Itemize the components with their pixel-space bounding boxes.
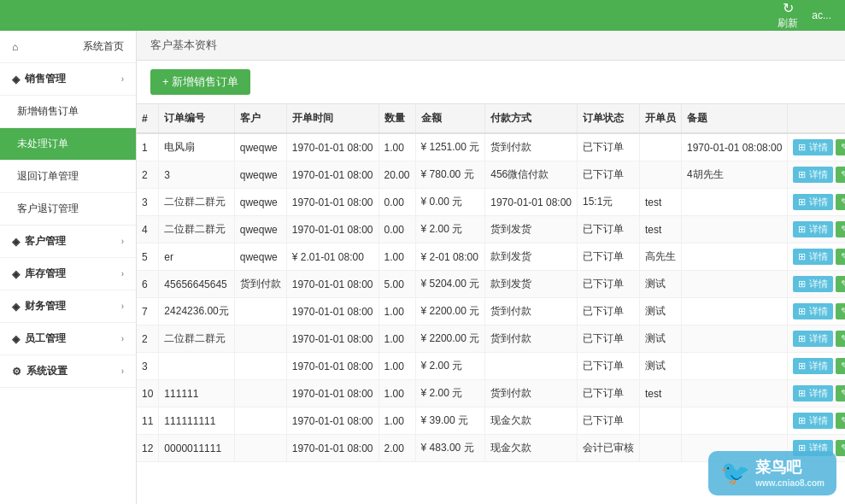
settings-icon: ⚙ [12, 366, 21, 378]
table-cell: 货到付款 [485, 133, 578, 161]
table-cell-actions: ⊞ 详情 ✎ 修改 ✖ 删除 [788, 271, 845, 298]
table-cell: 已下订单 [578, 133, 640, 161]
table-cell: test [640, 380, 682, 407]
main-layout: ⌂ 系统首页 ◈ 销售管理 › 新增销售订单 未处理订单 退回订单管理 客户退订… [0, 31, 845, 504]
table-cell: 111111 [159, 380, 234, 407]
table-cell: qweqwe [234, 243, 286, 271]
table-cell [640, 133, 682, 161]
sidebar-home-label: 系统首页 [83, 39, 124, 54]
detail-button[interactable]: ⊞ 详情 [793, 331, 832, 347]
sidebar-group-finance[interactable]: ◈ 财务管理 › [0, 290, 136, 323]
sidebar-inventory-label: 库存管理 [25, 267, 66, 281]
sidebar-item-return-order[interactable]: 退回订单管理 [0, 161, 136, 193]
table-cell-actions: ⊞ 详情 ✎ 修改 ✖ 删除 [788, 325, 845, 353]
table-cell: er [159, 243, 234, 271]
detail-button[interactable]: ⊞ 详情 [793, 276, 832, 292]
sidebar-item-home[interactable]: ⌂ 系统首页 [0, 31, 136, 63]
finance-icon: ◈ [12, 301, 20, 313]
table-cell [682, 189, 788, 216]
sidebar-item-customer-order[interactable]: 客户退订管理 [0, 193, 136, 226]
page-title: 客户基本资料 [150, 38, 217, 51]
edit-button[interactable]: ✎ 修改 [836, 194, 845, 210]
table-cell: 货到付款 [485, 298, 578, 325]
edit-button[interactable]: ✎ 修改 [836, 440, 845, 456]
table-cell: ¥ 2.00 元 [415, 353, 485, 380]
detail-button[interactable]: ⊞ 详情 [793, 303, 832, 319]
sidebar-group-customer[interactable]: ◈ 客户管理 › [0, 226, 136, 258]
edit-button[interactable]: ✎ 修改 [836, 413, 845, 429]
sidebar-group-sales[interactable]: ◈ 销售管理 › [0, 63, 136, 96]
sidebar-item-unprocessed[interactable]: 未处理订单 [0, 128, 136, 161]
table-cell: 15:1元 [578, 189, 640, 216]
sidebar-settings-label: 系统设置 [26, 364, 67, 378]
table-cell [234, 435, 286, 462]
sidebar-group-inventory[interactable]: ◈ 库存管理 › [0, 258, 136, 290]
table-cell: 1970-01-01 08:00 [286, 353, 378, 380]
edit-button[interactable]: ✎ 修改 [836, 385, 845, 401]
detail-button[interactable]: ⊞ 详情 [793, 249, 832, 265]
account-button[interactable]: ac... [812, 9, 831, 21]
col-open-time: 开单时间 [286, 104, 378, 133]
table-cell: 5.00 [378, 271, 415, 298]
table-cell: 1.00 [378, 325, 415, 353]
table-cell [640, 407, 682, 435]
edit-button[interactable]: ✎ 修改 [836, 303, 845, 319]
table-cell: 1970-01-01 08:00 [286, 133, 378, 161]
inventory-icon: ◈ [12, 268, 20, 280]
col-qty: 数量 [378, 104, 415, 133]
sidebar-customer-label: 客户管理 [25, 234, 66, 249]
watermark-site: 菜鸟吧 [755, 458, 824, 478]
table-cell: ¥ 2.00 元 [415, 216, 485, 243]
edit-button[interactable]: ✎ 修改 [836, 221, 845, 237]
add-order-button[interactable]: + 新增销售订单 [150, 69, 250, 95]
detail-button[interactable]: ⊞ 详情 [793, 358, 832, 374]
table-cell: 测试 [640, 325, 682, 353]
table-cell: 5 [137, 243, 159, 271]
edit-button[interactable]: ✎ 修改 [836, 331, 845, 347]
table-cell: 货到付款 [485, 325, 578, 353]
sidebar-group-settings[interactable]: ⚙ 系统设置 › [0, 355, 136, 388]
table-cell: ¥ 1251.00 元 [415, 133, 485, 161]
edit-button[interactable]: ✎ 修改 [836, 167, 845, 183]
table-cell: 1970-01-01 08:00 [286, 435, 378, 462]
table-cell: 11 [137, 407, 159, 435]
edit-button[interactable]: ✎ 修改 [836, 358, 845, 374]
table-cell: 2424236.00元 [159, 298, 234, 325]
table-cell: ¥ 2-01 08:00 [415, 243, 485, 271]
table-cell: 已下订单 [578, 243, 640, 271]
table-row: 2二位群二群元1970-01-01 08:001.00¥ 2200.00 元货到… [137, 325, 845, 353]
refresh-button[interactable]: ↻ 刷新 [778, 0, 798, 31]
detail-button[interactable]: ⊞ 详情 [793, 194, 832, 210]
table-cell: 货到付款 [485, 380, 578, 407]
table-header-row: # 订单编号 客户 开单时间 数量 金额 付款方式 订单状态 开单员 备题 [137, 104, 845, 133]
sidebar-item-new-order[interactable]: 新增销售订单 [0, 96, 136, 128]
detail-button[interactable]: ⊞ 详情 [793, 413, 832, 429]
table-cell: qweqwe [234, 216, 286, 243]
edit-button[interactable]: ✎ 修改 [836, 139, 845, 155]
employee-icon: ◈ [12, 333, 20, 345]
detail-button[interactable]: ⊞ 详情 [793, 221, 832, 237]
table-cell: 3 [159, 161, 234, 189]
edit-button[interactable]: ✎ 修改 [836, 249, 845, 265]
customer-icon: ◈ [12, 236, 20, 248]
table-cell [682, 353, 788, 380]
table-cell: 已下订单 [578, 298, 640, 325]
table-cell: 1970-01-01 08:00 [286, 407, 378, 435]
sidebar-new-order-label: 新增销售订单 [17, 104, 79, 119]
table-cell: 会计已审核 [578, 435, 640, 462]
edit-button[interactable]: ✎ 修改 [836, 276, 845, 292]
table-cell: 1970-01-01 08:00 [286, 298, 378, 325]
sidebar-group-employee[interactable]: ◈ 员工管理 › [0, 323, 136, 355]
table-cell: 2 [137, 161, 159, 189]
bird-icon: 🐦 [720, 459, 750, 487]
detail-button[interactable]: ⊞ 详情 [793, 385, 832, 401]
table-cell [682, 216, 788, 243]
detail-button[interactable]: ⊞ 详情 [793, 167, 832, 183]
table-cell: 现金欠款 [485, 435, 578, 462]
action-buttons: ⊞ 详情 ✎ 修改 ✖ 删除 [793, 385, 845, 401]
table-cell: 20.00 [378, 161, 415, 189]
sidebar-finance-label: 财务管理 [25, 299, 66, 314]
table-cell: ¥ 780.00 元 [415, 161, 485, 189]
table-cell: 货到付款 [234, 271, 286, 298]
detail-button[interactable]: ⊞ 详情 [793, 139, 832, 155]
